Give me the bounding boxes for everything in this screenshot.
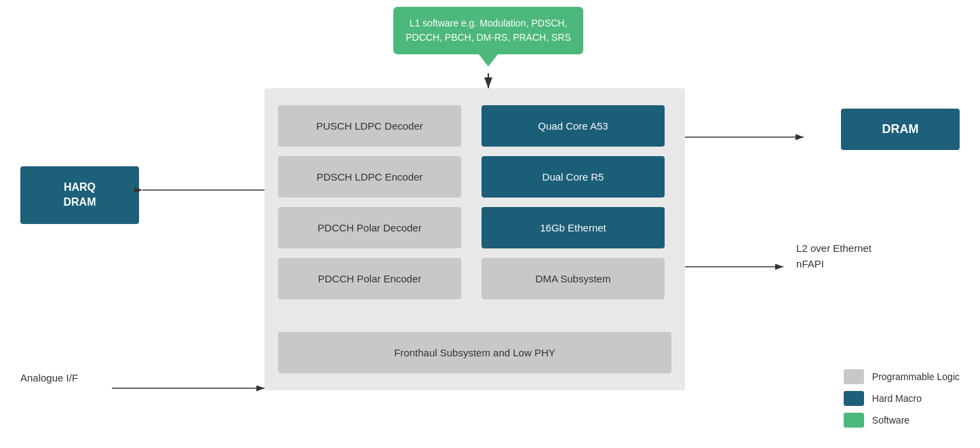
l2-line2: nFAPI (796, 257, 871, 272)
legend: Programmable Logic Hard Macro Software (844, 369, 960, 434)
legend-hard-macro-label: Hard Macro (872, 393, 922, 404)
pdsch-ldpc-encoder-block: PDSCH LDPC Encoder (278, 156, 461, 198)
pdcch-polar-decoder-block: PDCCH Polar Decoder (278, 207, 461, 248)
harq-dram-label: HARQ DRAM (64, 181, 96, 208)
legend-programmable-logic-label: Programmable Logic (872, 371, 960, 382)
l1-bubble-text: L1 software e.g. Modulation, PDSCH, PDCC… (406, 18, 570, 43)
pdcch-polar-encoder-block: PDCCH Polar Encoder (278, 258, 461, 299)
l1-software-bubble: L1 software e.g. Modulation, PDSCH, PDCC… (393, 7, 583, 54)
l2-ethernet-label: L2 over Ethernet nFAPI (796, 241, 871, 272)
legend-swatch-gray (844, 369, 864, 384)
legend-hard-macro: Hard Macro (844, 391, 960, 406)
quad-core-a53-block: Quad Core A53 (482, 105, 665, 147)
legend-software: Software (844, 413, 960, 428)
legend-programmable-logic: Programmable Logic (844, 369, 960, 384)
dram-box: DRAM (841, 109, 960, 150)
dma-subsystem-block: DMA Subsystem (482, 258, 665, 299)
chip-container: PUSCH LDPC Decoder PDSCH LDPC Encoder PD… (264, 88, 685, 390)
ethernet-block: 16Gb Ethernet (482, 207, 665, 248)
dram-label: DRAM (882, 122, 919, 136)
fronthaul-block: Fronthaul Subsystem and Low PHY (278, 332, 671, 373)
dual-core-r5-block: Dual Core R5 (482, 156, 665, 198)
right-blocks: Quad Core A53 Dual Core R5 16Gb Ethernet… (482, 105, 665, 309)
legend-software-label: Software (872, 415, 909, 426)
legend-swatch-green (844, 413, 864, 428)
pusch-ldpc-decoder-block: PUSCH LDPC Decoder (278, 105, 461, 147)
legend-swatch-dark (844, 391, 864, 406)
harq-dram-box: HARQ DRAM (20, 166, 139, 224)
l2-line1: L2 over Ethernet (796, 241, 871, 257)
analogue-if-label: Analogue I/F (20, 372, 78, 384)
left-blocks: PUSCH LDPC Decoder PDSCH LDPC Encoder PD… (278, 105, 461, 309)
